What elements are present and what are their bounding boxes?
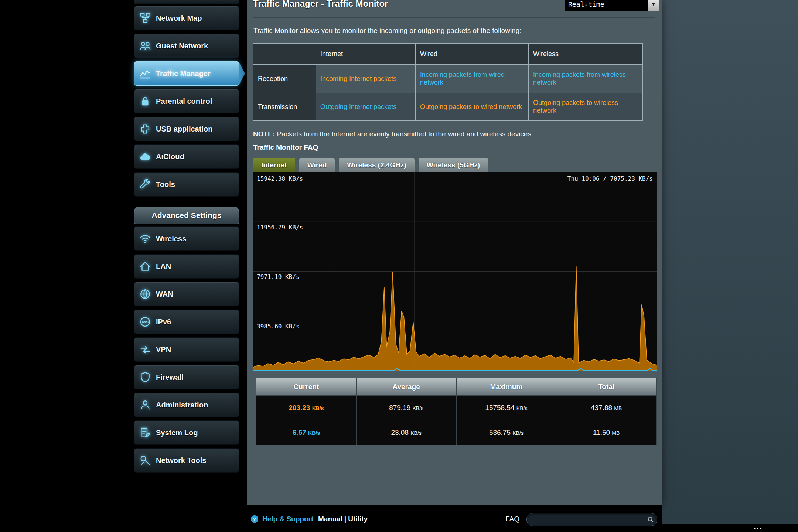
ytick-label-1: 11956.79 KB/s [257, 224, 303, 231]
help-support-label: Help & Support [262, 515, 313, 523]
sidebar-item-network-tools[interactable]: Network Tools [134, 448, 239, 473]
help-icon: ? [250, 514, 259, 524]
stat-value: 6.57 [293, 429, 306, 436]
manual-link[interactable]: Manual [318, 515, 342, 523]
svg-text:?: ? [253, 516, 256, 522]
intro-text: Traffic Monitor allows you to monitor th… [253, 27, 522, 35]
traffic-chart: 15942.38 KB/s 11956.79 KB/s 7971.19 KB/s… [253, 172, 657, 371]
sidebar-item-ipv6[interactable]: IPv6 IPv6 [134, 310, 239, 334]
tab-wireless-24ghz[interactable]: Wireless (2.4GHz) [339, 158, 414, 172]
advanced-settings-label: Advanced Settings [151, 211, 221, 220]
ipv6-icon: IPv6 [134, 316, 156, 328]
sidebar-item-wireless[interactable]: Wireless [134, 226, 239, 251]
stat-value: 879.19 [389, 404, 410, 412]
person-icon [134, 399, 156, 411]
sidebar-item-label: Parental control [156, 97, 212, 106]
stat-unit: KB/s [516, 405, 528, 411]
table-row-reception: Reception Incoming Internet packets Inco… [253, 65, 643, 93]
stat-current-tx: 6.57 KB/s [256, 420, 357, 445]
sidebar-item-traffic-manager[interactable]: Traffic Manager [134, 61, 239, 86]
sidebar-item-label: Guest Network [156, 42, 208, 50]
house-icon [134, 260, 156, 273]
faq-search-box [526, 513, 657, 526]
tab-wired[interactable]: Wired [299, 158, 335, 172]
utility-link[interactable]: Utility [348, 515, 368, 523]
packet-table-header-wireless: Wireless [529, 44, 643, 65]
ytick-label-2: 7971.19 KB/s [257, 273, 300, 280]
stat-unit: KB/s [413, 405, 424, 411]
tab-internet[interactable]: Internet [253, 158, 295, 172]
sidebar-item-label: Tools [156, 180, 175, 189]
stat-average-rx: 879.19 KB/s [356, 396, 456, 420]
sidebar-item-wan[interactable]: WAN [134, 282, 239, 306]
help-support-link[interactable]: ? Help & Support [250, 514, 313, 524]
sidebar-item-label: WAN [156, 290, 173, 299]
stat-total-tx: 11.50 MB [556, 420, 657, 445]
page-title: Traffic Manager - Traffic Monitor [253, 0, 388, 9]
lock-icon [134, 95, 156, 108]
cell-reception-wired: Incoming packets from wired network [416, 65, 529, 93]
router-admin-page: Network Map Guest Network Traffic Manage… [0, 0, 798, 532]
advanced-settings-header: Advanced Settings [134, 207, 239, 224]
background-filler [662, 0, 798, 524]
sidebar-item-network-map[interactable]: Network Map [134, 6, 239, 30]
network-map-icon [134, 12, 156, 24]
traffic-manager-icon [134, 67, 156, 80]
sidebar-item-label: Network Map [156, 14, 202, 23]
guest-network-icon [134, 40, 156, 52]
mode-select-value: Real-time [565, 0, 648, 11]
cell-transmission-internet: Outgoing Internet packets [316, 93, 416, 121]
sidebar-item-partial[interactable] [134, 0, 239, 4]
chevron-down-icon[interactable]: ▼ [648, 0, 659, 11]
search-icon[interactable] [644, 515, 657, 524]
taskbar-hide-dots[interactable]: ... [754, 522, 763, 531]
chart-cursor-label: Thu 10:06 / 7075.23 KB/s [567, 175, 653, 182]
stat-value: 437.88 [591, 404, 612, 412]
sidebar-item-usb-application[interactable]: USB application [134, 117, 239, 141]
packet-table-header-blank [253, 44, 316, 65]
sidebar-item-parental-control[interactable]: Parental control [134, 89, 239, 113]
stats-header-average: Average [356, 378, 456, 396]
stat-total-rx: 437.88 MB [556, 396, 657, 420]
sidebar-item-firewall[interactable]: Firewall [134, 365, 239, 389]
stat-value: 15758.54 [485, 404, 514, 412]
sidebar-item-guest-network[interactable]: Guest Network [134, 34, 239, 58]
stat-unit: KB/s [312, 405, 324, 411]
sidebar-item-label: Administration [156, 401, 208, 409]
note-body: Packets from the Internet are evenly tra… [275, 130, 533, 138]
stat-value: 203.23 [289, 404, 310, 412]
packet-table-header-row: Internet Wired Wireless [253, 44, 643, 65]
packet-table-header-internet: Internet [316, 44, 416, 65]
tab-wireless-5ghz[interactable]: Wireless (5GHz) [419, 158, 488, 172]
stat-maximum-tx: 536.75 KB/s [456, 420, 556, 445]
cell-transmission-wired: Outgoing packets to wired network [416, 93, 529, 121]
traffic-chart-svg [253, 172, 657, 371]
realtime-mode-select[interactable]: Real-time ▼ [565, 0, 659, 11]
doc-links: Manual | Utility [318, 515, 368, 523]
stat-average-tx: 23.08 KB/s [356, 420, 456, 445]
globe-icon [134, 288, 156, 300]
stats-header-maximum: Maximum [456, 378, 556, 396]
sidebar-item-lan[interactable]: LAN [134, 254, 239, 279]
sidebar-item-label: Firewall [156, 373, 183, 382]
ytick-label-0: 15942.38 KB/s [257, 175, 303, 182]
traffic-monitor-faq-link[interactable]: Traffic Monitor FAQ [253, 143, 318, 151]
stat-unit: KB/s [512, 430, 524, 436]
stat-value: 23.08 [391, 429, 409, 436]
sidebar-item-tools[interactable]: Tools [134, 172, 239, 197]
sidebar-item-vpn[interactable]: VPN [134, 337, 239, 362]
sidebar-item-system-log[interactable]: System Log [134, 420, 239, 445]
vpn-arrows-icon [134, 343, 156, 356]
svg-text:IPv6: IPv6 [142, 320, 149, 324]
sidebar-item-aicloud[interactable]: AiCloud [134, 144, 239, 169]
sidebar-item-label: Wireless [156, 235, 186, 243]
sidebar-item-administration[interactable]: Administration [134, 393, 239, 417]
sidebar-item-label: VPN [156, 345, 171, 354]
puzzle-icon [134, 123, 156, 135]
faq-search-input[interactable] [527, 516, 644, 523]
sidebar-item-label: Traffic Manager [156, 69, 211, 78]
header-divider [253, 17, 655, 17]
wifi-icon [134, 232, 156, 245]
stats-header-row: Current Average Maximum Total [256, 378, 657, 396]
sidebar-item-label: LAN [156, 262, 171, 271]
